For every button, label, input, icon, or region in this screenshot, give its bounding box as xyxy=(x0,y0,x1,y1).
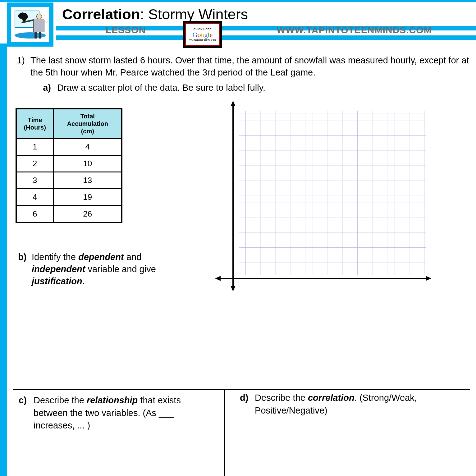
part-a-label: a) xyxy=(40,82,51,94)
data-table: Time(Hours) TotalAccumulation(cm) 14 210… xyxy=(16,108,122,223)
col2-header: TotalAccumulation(cm) xyxy=(53,109,122,139)
lesson-label: LESSON xyxy=(106,25,146,35)
table-row: 210 xyxy=(16,155,122,172)
table-row: 313 xyxy=(16,172,122,189)
svg-rect-1 xyxy=(239,111,426,275)
title-rest: : Stormy Winters xyxy=(140,6,248,22)
svg-marker-6 xyxy=(426,276,431,281)
google-logo-text: Google xyxy=(193,31,213,39)
part-d-label: d) xyxy=(240,391,252,404)
google-submit-badge[interactable]: CLICK HERE Google TO SUBMIT RESULTS xyxy=(183,21,222,48)
blank-scatter-grid xyxy=(208,98,432,297)
bottom-horizontal-divider xyxy=(13,389,470,390)
badge-click-here: CLICK HERE xyxy=(194,28,212,31)
table-row: 626 xyxy=(16,206,122,223)
question-prompt: The last snow storm lasted 6 hours. Over… xyxy=(30,55,469,77)
part-d-text: Describe the correlation. (Strong/Weak, … xyxy=(255,391,457,417)
logo-box xyxy=(7,2,53,47)
table-row: 14 xyxy=(16,139,122,155)
question-block: 1) The last snow storm lasted 6 hours. O… xyxy=(12,54,469,94)
question-number: 1) xyxy=(12,54,25,94)
svg-marker-7 xyxy=(215,276,221,281)
svg-marker-4 xyxy=(231,101,236,106)
svg-marker-5 xyxy=(231,286,236,291)
part-c: c) Describe the relationship that exists… xyxy=(19,394,217,432)
title-bold: Correlation xyxy=(62,6,140,22)
part-c-text: Describe the relationship that exists be… xyxy=(34,394,217,432)
part-d: d) Describe the correlation. (Strong/Wea… xyxy=(240,391,457,417)
header-bars: LESSON WWW.TAPINTOTEENMINDS.COM xyxy=(56,24,476,43)
part-c-label: c) xyxy=(19,394,31,407)
bottom-vertical-divider xyxy=(224,389,225,476)
part-a-text: Draw a scatter plot of the data. Be sure… xyxy=(57,82,469,94)
part-b-label: b) xyxy=(18,251,29,263)
col1-header: Time(Hours) xyxy=(16,109,53,139)
table-row: 419 xyxy=(16,189,122,206)
page-title: Correlation: Stormy Winters xyxy=(62,6,466,23)
website-url: WWW.TAPINTOTEENMINDS.COM xyxy=(277,25,432,35)
part-b-text: Identify the dependent and independent v… xyxy=(32,251,162,287)
part-b: b) Identify the dependent and independen… xyxy=(18,251,167,287)
page-left-border xyxy=(0,43,7,476)
badge-submit-text: TO SUBMIT RESULTS xyxy=(189,39,216,42)
teacher-map-logo xyxy=(15,11,46,39)
mid-area: Time(Hours) TotalAccumulation(cm) 14 210… xyxy=(16,108,469,301)
header-top-stripe xyxy=(0,0,476,2)
